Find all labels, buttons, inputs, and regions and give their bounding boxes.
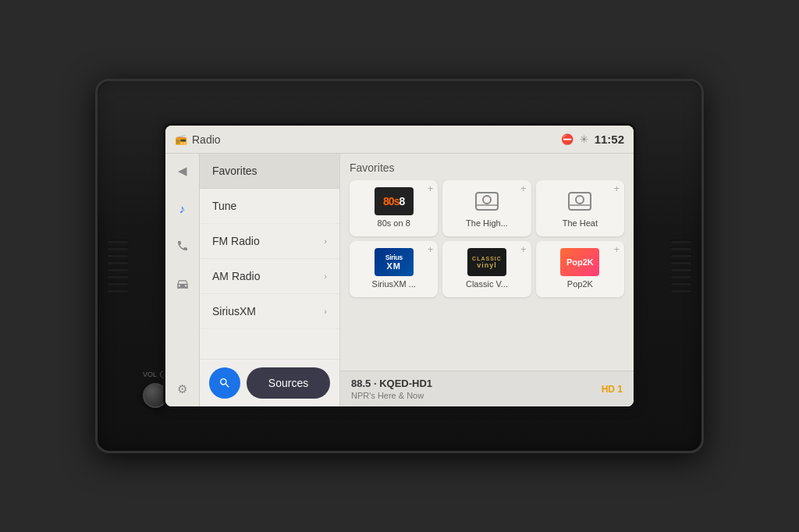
volume-knob[interactable] [143,383,168,408]
fav-card-siriusxm[interactable]: + Sirius XM SiriusXM ... [350,241,438,297]
car-icon[interactable] [172,272,194,294]
car-surround: VOL 📻 Radio ⛔ ✳ 11:52 ◀ ♪ [95,79,704,453]
plus-classic-vinyl[interactable]: + [520,244,527,254]
radio-header-icon: 📻 [175,133,187,145]
svg-point-4 [576,196,584,204]
bottom-nav: Sources [200,359,339,406]
nav-item-tune[interactable]: Tune [200,189,339,224]
phone-icon[interactable] [172,235,194,257]
logo-heat [560,187,599,215]
back-icon[interactable]: ◀ [172,160,194,182]
nav-item-fm-radio[interactable]: FM Radio › [200,224,339,259]
nav-item-siriusxm[interactable]: SiriusXM › [200,294,339,329]
now-playing-bar[interactable]: 88.5 · KQED-HD1 NPR's Here & Now HD 1 [340,371,634,406]
left-vent [107,240,129,293]
fav-name-highway: The High... [466,218,508,229]
fav-name-80s8: 80s on 8 [378,218,410,229]
fav-name-pop2k: Pop2K [567,279,593,289]
top-bar: 📻 Radio ⛔ ✳ 11:52 [165,126,634,154]
logo-classic-vinyl: CLASSIC vinyl [467,248,506,276]
status-icons: ⛔ ✳ 11:52 [561,133,624,146]
main-screen: 📻 Radio ⛔ ✳ 11:52 ◀ ♪ [165,126,634,406]
favorites-grid: + 80s8 80s on 8 + [350,180,624,297]
volume-area: VOL [143,371,168,408]
plus-heat[interactable]: + [613,183,620,193]
plus-pop2k[interactable]: + [613,244,620,254]
favorites-title: Favorites [350,161,624,174]
now-playing-info: 88.5 · KQED-HD1 NPR's Here & Now [351,378,432,400]
logo-siriusxm: Sirius XM [375,248,414,276]
vol-label: VOL [143,371,168,378]
fav-card-classic-vinyl[interactable]: + CLASSIC vinyl Classic V... [442,241,531,297]
plus-siriusxm[interactable]: + [428,244,434,254]
logo-highway [467,187,506,215]
screen-container: 📻 Radio ⛔ ✳ 11:52 ◀ ♪ [165,126,634,406]
logo-80s8: 80s8 [375,187,414,215]
fav-name-heat: The Heat [563,218,598,229]
settings-icon[interactable]: ⚙ [172,378,194,400]
nav-item-favorites[interactable]: Favorites [200,154,339,189]
nav-list: Favorites Tune FM Radio › AM Radio › Sir [200,154,340,406]
sidebar-icons: ◀ ♪ ⚙ [165,154,200,406]
svg-point-1 [483,196,491,204]
screen-title: Radio [192,133,561,146]
fav-name-siriusxm: SiriusXM ... [372,279,416,289]
time-display: 11:52 [595,133,624,146]
music-icon[interactable]: ♪ [172,197,194,219]
fav-card-heat[interactable]: + The Heat [536,180,624,236]
right-panel: Favorites + 80s8 80s on 8 [340,154,634,406]
fav-card-highway[interactable]: + The High... [442,180,531,236]
plus-highway[interactable]: + [520,183,527,193]
bluetooth-icon: ✳ [580,133,588,145]
chevron-fm: › [324,236,327,246]
hd-badge: HD 1 [602,384,623,395]
fav-card-80s8[interactable]: + 80s8 80s on 8 [350,180,438,236]
nav-item-am-radio[interactable]: AM Radio › [200,259,339,294]
sources-button[interactable]: Sources [247,367,330,399]
plus-80s8[interactable]: + [428,183,434,193]
signal-icon: ⛔ [561,133,574,145]
station-program: NPR's Here & Now [351,391,432,400]
logo-pop2k: Pop2K [560,248,599,276]
main-content: ◀ ♪ ⚙ Favorites Tune [165,154,634,406]
fav-card-pop2k[interactable]: + Pop2K Pop2K [536,241,624,297]
right-vent [670,240,692,293]
favorites-section: Favorites + 80s8 80s on 8 [340,154,634,371]
station-name: 88.5 · KQED-HD1 [351,378,432,389]
chevron-sxm: › [324,307,327,316]
fav-name-classic-vinyl: Classic V... [466,279,508,289]
chevron-am: › [324,271,327,281]
search-button[interactable] [209,367,240,399]
